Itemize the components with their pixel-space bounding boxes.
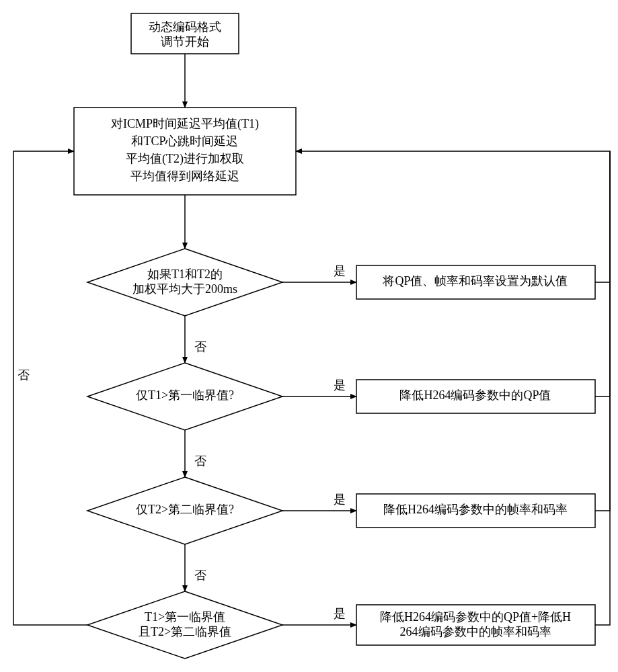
a3-t1: 降低H264编码参数中的帧率和码率 (383, 503, 568, 516)
arrow-d4-no-loop (13, 151, 87, 625)
process-t2: 和TCP心跳时间延迟 (131, 134, 238, 148)
d1-yes-label: 是 (334, 264, 346, 278)
a1-t1: 将QP值、帧率和码率设置为默认值 (382, 274, 568, 288)
d1-t1: 如果T1和T2的 (147, 267, 223, 281)
d2-yes-label: 是 (334, 378, 346, 392)
d3-no-label: 否 (194, 569, 206, 582)
d3-t1: 仅T2>第二临界值? (136, 503, 234, 516)
arrow-a2-loop (595, 151, 610, 396)
d3-yes-label: 是 (334, 493, 346, 506)
a4-t1: 降低H264编码参数中的QP值+降低H (380, 610, 571, 624)
d4-yes-label: 是 (334, 607, 346, 620)
arrow-a3-loop (595, 151, 610, 511)
arrow-a1-loop (296, 151, 610, 282)
start-text-2: 调节开始 (161, 35, 209, 48)
d4-t2: 且T2>第二临界值 (139, 625, 231, 638)
d1-no-label: 否 (194, 340, 206, 353)
a2-t1: 降低H264编码参数中的QP值 (399, 388, 551, 402)
process-t4: 平均值得到网络延迟 (130, 169, 239, 183)
start-text-1: 动态编码格式 (149, 20, 221, 34)
d4-t1: T1>第一临界值 (145, 610, 225, 624)
process-t3: 平均值(T2)进行加权取 (126, 152, 244, 166)
d1-t2: 加权平均大于200ms (132, 282, 237, 296)
d2-no-label: 否 (194, 454, 206, 468)
process-t1: 对ICMP时间延迟平均值(T1) (111, 117, 259, 131)
d4-no-label: 否 (17, 368, 30, 382)
flowchart: 动态编码格式 调节开始 对ICMP时间延迟平均值(T1) 和TCP心跳时间延迟 … (0, 0, 618, 672)
arrow-a4-loop (595, 151, 610, 625)
a4-t2: 264编码参数中的帧率和码率 (400, 625, 551, 638)
d2-t1: 仅T1>第一临界值? (136, 388, 234, 402)
